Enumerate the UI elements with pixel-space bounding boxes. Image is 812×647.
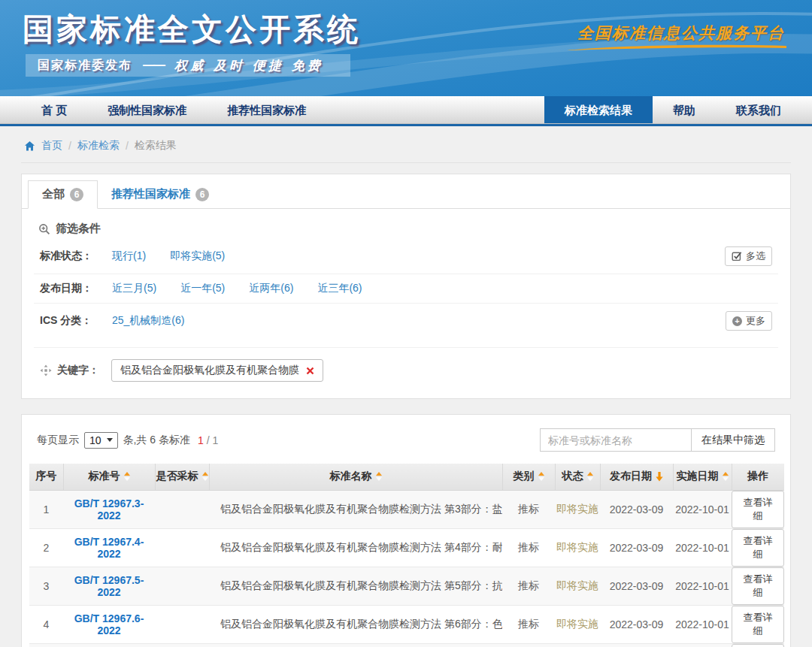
filter-option-active[interactable]: 现行(1)	[112, 249, 146, 263]
multi-select-button[interactable]: 多选	[725, 246, 772, 266]
col-header-implement-date[interactable]: 实施日期	[673, 464, 732, 490]
result-tabs: 全部 6 推荐性国家标准 6	[22, 174, 790, 209]
filter-option-3months[interactable]: 近三月(5)	[112, 282, 156, 295]
col-header-publish-date[interactable]: 发布日期	[600, 464, 673, 490]
col-header-adopted[interactable]: 是否采标	[155, 464, 209, 490]
publisher-text: 国家标准委发布	[38, 58, 132, 74]
filter-row-status: 标准状态： 现行(1) 即将实施(5) 多选	[34, 239, 778, 274]
nav-item-help[interactable]: 帮助	[653, 96, 716, 123]
breadcrumb-home[interactable]: 首页	[41, 139, 62, 153]
breadcrumb-current: 检索结果	[135, 139, 177, 153]
filter-option-upcoming[interactable]: 即将实施(5)	[170, 249, 225, 263]
refine-search-input[interactable]	[540, 428, 692, 452]
cell-action: 查看详细	[732, 605, 784, 643]
standard-code-link[interactable]: GB/T 8754-2022	[63, 643, 155, 647]
cell-category: 推标	[502, 490, 555, 528]
keyword-row: 关键字： 铝及铝合金阳极氧化膜及有机聚合物膜	[34, 347, 778, 398]
cell-category: 推标	[502, 528, 555, 567]
filter-option-2years[interactable]: 近两年(6)	[249, 282, 293, 295]
table-row: 4 GB/T 12967.6-2022 铝及铝合金阳极氧化膜及有机聚合物膜检测方…	[29, 605, 784, 643]
breadcrumb-separator: /	[126, 140, 129, 152]
dash-decoration: ——	[143, 59, 164, 72]
multi-select-label: 多选	[746, 249, 765, 263]
sort-icon[interactable]	[538, 472, 544, 481]
standard-code-link[interactable]: GB/T 12967.4-2022	[63, 528, 155, 567]
view-detail-button[interactable]: 查看详细	[732, 567, 784, 605]
nav-item-recommended-standards[interactable]: 推荐性国家标准	[207, 96, 326, 123]
site-banner: 国家标准全文公开系统 国家标准委发布 —— 权威 及时 便捷 免费 全国标准信息…	[0, 0, 812, 96]
filter-row-ics: ICS 分类： 25_机械制造(6) + 更多	[34, 303, 778, 338]
checkbox-check-icon	[732, 251, 742, 262]
tab-recommended-standards[interactable]: 推荐性国家标准 6	[98, 180, 223, 209]
cell-index: 3	[29, 567, 63, 605]
col-header-code[interactable]: 标准号	[63, 464, 155, 490]
tab-all-count-badge: 6	[70, 188, 83, 201]
nav-item-mandatory-standards[interactable]: 强制性国家标准	[87, 96, 207, 123]
filter-section-title: 筛选条件	[38, 222, 790, 236]
breadcrumb-separator: /	[68, 140, 71, 152]
view-detail-button[interactable]: 查看详细	[732, 529, 784, 567]
breadcrumb-standard-search[interactable]: 标准检索	[77, 139, 120, 153]
refine-search-group: 在结果中筛选	[540, 428, 775, 452]
cell-category: 推标	[502, 567, 555, 605]
per-page-select[interactable]: 10	[84, 432, 118, 449]
nav-item-contact[interactable]: 联系我们	[716, 96, 801, 123]
sort-icon[interactable]	[376, 472, 382, 481]
results-count-text: 条,共 6 条标准	[123, 434, 190, 447]
nav-right-group: 标准检索结果 帮助 联系我们	[544, 96, 801, 123]
results-table: 序号 标准号 是否采标 标准名称 类别	[29, 464, 784, 647]
sort-icon[interactable]	[587, 472, 593, 481]
cell-status: 即将实施	[555, 528, 600, 567]
view-detail-button[interactable]: 查看详细	[732, 606, 784, 643]
cell-publish-date: 2022-03-09	[600, 490, 673, 528]
cell-standard-name: 铝及铝合金阳极氧化膜及有机聚合物膜检测方法 第3部分：盐...	[209, 490, 502, 528]
cell-action: 查看详细	[732, 528, 784, 567]
cell-status: 即将实施	[555, 643, 600, 647]
col-header-status[interactable]: 状态	[555, 464, 600, 490]
col-header-name[interactable]: 标准名称	[209, 464, 502, 490]
table-row: 3 GB/T 12967.5-2022 铝及铝合金阳极氧化膜及有机聚合物膜检测方…	[29, 567, 784, 605]
col-header-publish-date-label: 发布日期	[610, 470, 652, 483]
refine-search-button[interactable]: 在结果中筛选	[692, 428, 775, 452]
cell-index: 4	[29, 605, 63, 643]
remove-keyword-icon[interactable]	[306, 367, 314, 375]
more-button[interactable]: + 更多	[726, 311, 772, 331]
cell-adopted	[155, 490, 209, 528]
cell-index: 2	[29, 528, 63, 567]
col-header-adopted-label: 是否采标	[156, 470, 198, 483]
cell-category: 推标	[502, 643, 555, 647]
nav-item-home[interactable]: 首 页	[21, 96, 87, 123]
col-header-status-label: 状态	[562, 470, 583, 483]
nav-item-search-results[interactable]: 标准检索结果	[544, 96, 653, 123]
platform-name: 全国标准信息公共服务平台	[577, 23, 785, 44]
sort-icon[interactable]	[124, 472, 130, 481]
cell-status: 即将实施	[555, 605, 600, 643]
main-nav: 首 页 强制性国家标准 推荐性国家标准 标准检索结果 帮助 联系我们	[0, 96, 812, 124]
view-detail-button[interactable]: 查看详细	[732, 491, 784, 528]
chevron-down-icon	[107, 438, 113, 442]
per-page-value: 10	[89, 434, 102, 446]
banner-subtitle-strip: 国家标准委发布 —— 权威 及时 便捷 免费	[26, 54, 350, 77]
sort-icon[interactable]	[723, 472, 729, 481]
col-header-category[interactable]: 类别	[502, 464, 555, 490]
zoom-filter-icon	[38, 223, 50, 235]
platform-underline-decoration	[567, 44, 786, 51]
filter-option-ics-machinery[interactable]: 25_机械制造(6)	[112, 314, 184, 328]
filter-option-3years[interactable]: 近三年(6)	[317, 282, 362, 295]
breadcrumb: 首页 / 标准检索 / 检索结果	[21, 126, 791, 163]
cell-adopted	[155, 528, 209, 567]
sort-desc-icon[interactable]	[656, 472, 663, 482]
tab-all[interactable]: 全部 6	[28, 180, 98, 209]
cell-index: 1	[29, 490, 63, 528]
filter-status-label: 标准状态：	[40, 249, 112, 263]
cell-category: 推标	[502, 605, 555, 643]
cell-publish-date: 2022-03-09	[600, 605, 673, 643]
view-detail-button[interactable]: 查看详细	[732, 644, 784, 647]
standard-code-link[interactable]: GB/T 12967.5-2022	[63, 567, 155, 605]
filter-option-1year[interactable]: 近一年(5)	[180, 282, 225, 295]
standard-code-link[interactable]: GB/T 12967.3-2022	[63, 490, 155, 528]
standard-code-link[interactable]: GB/T 12967.6-2022	[63, 605, 155, 643]
tab-all-label: 全部	[42, 187, 65, 201]
sort-icon[interactable]	[202, 472, 208, 481]
col-header-action-label: 操作	[747, 470, 768, 483]
